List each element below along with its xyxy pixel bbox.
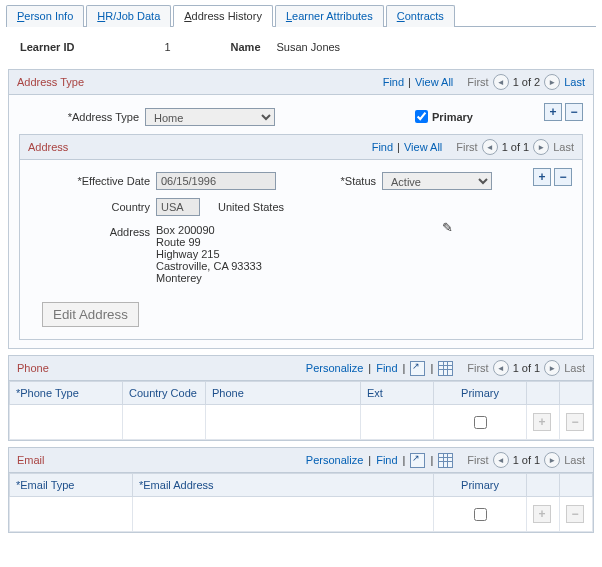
pager-prev-icon[interactable]: ◄ [493, 360, 509, 376]
country-name: United States [218, 201, 284, 213]
address-line: Box 200090 [156, 224, 262, 236]
pager-last[interactable]: Last [564, 454, 585, 466]
address-panel-head: Address Find | View All First ◄ 1 of 1 ►… [20, 135, 582, 160]
address-panel: Address Find | View All First ◄ 1 of 1 ►… [19, 134, 583, 340]
add-row-button[interactable]: + [544, 103, 562, 121]
col-email-type[interactable]: Email Type [16, 479, 75, 491]
personalize-link[interactable]: Personalize [306, 454, 363, 466]
email-title: Email [17, 454, 45, 466]
pager-last[interactable]: Last [564, 76, 585, 88]
popout-icon[interactable] [410, 361, 425, 376]
row-primary-checkbox[interactable] [474, 416, 487, 429]
pager-next-icon[interactable]: ► [544, 74, 560, 90]
popout-icon[interactable] [410, 453, 425, 468]
edit-address-button[interactable]: Edit Address [42, 302, 139, 327]
learner-id-label: Learner ID [20, 41, 74, 53]
address-line: Route 99 [156, 236, 262, 248]
learner-id-value: 1 [164, 41, 170, 53]
col-phone[interactable]: Phone [206, 382, 361, 405]
row-primary-checkbox[interactable] [474, 508, 487, 521]
status-select[interactable]: Active [382, 172, 492, 190]
separator: | [408, 76, 411, 88]
add-row-button[interactable]: + [533, 505, 551, 523]
delete-row-button[interactable]: − [554, 168, 572, 186]
pager-first[interactable]: First [467, 362, 488, 374]
pager-first[interactable]: First [456, 141, 477, 153]
tab-strip: Person Info HR/Job Data Address History … [6, 4, 596, 27]
address-line: Highway 215 [156, 248, 262, 260]
add-row-button[interactable]: + [533, 168, 551, 186]
tab-person-info[interactable]: Person Info [6, 5, 84, 27]
country-label: Country [30, 201, 156, 213]
pager-text: 1 of 1 [513, 454, 541, 466]
email-grid-head: Email Personalize | Find | | First ◄ 1 o… [9, 448, 593, 473]
address-viewall-link[interactable]: View All [404, 141, 442, 153]
add-row-button[interactable]: + [533, 413, 551, 431]
delete-row-button[interactable]: − [566, 505, 584, 523]
pager-last[interactable]: Last [553, 141, 574, 153]
phone-table: Phone Type Country Code Phone Ext Primar… [9, 381, 593, 440]
table-row: + − [10, 497, 593, 532]
personalize-link[interactable]: Personalize [306, 362, 363, 374]
delete-row-button[interactable]: − [566, 413, 584, 431]
country-code-input[interactable] [156, 198, 200, 216]
effective-date-label: Effective Date [30, 175, 156, 187]
address-type-title: Address Type [17, 76, 84, 88]
address-type-panel-head: Address Type Find | View All First ◄ 1 o… [9, 70, 593, 95]
pager-last[interactable]: Last [564, 362, 585, 374]
pager-text: 1 of 1 [513, 362, 541, 374]
pager-first[interactable]: First [467, 454, 488, 466]
address-line: Castroville, CA 93333 [156, 260, 262, 272]
learner-header: Learner ID 1 Name Susan Jones [0, 27, 602, 63]
col-email-address[interactable]: Email Address [139, 479, 214, 491]
tab-hr-job-data[interactable]: HR/Job Data [86, 5, 171, 27]
col-country-code[interactable]: Country Code [123, 382, 206, 405]
phone-find-link[interactable]: Find [376, 362, 397, 374]
tab-contracts[interactable]: Contracts [386, 5, 455, 27]
col-primary[interactable]: Primary [434, 382, 527, 405]
primary-checkbox[interactable] [415, 110, 428, 123]
address-type-viewall-link[interactable]: View All [415, 76, 453, 88]
address-line: Monterey [156, 272, 262, 284]
name-label: Name [231, 41, 261, 53]
address-type-field-label: Address Type [19, 111, 145, 123]
pager-prev-icon[interactable]: ◄ [482, 139, 498, 155]
address-label: Address [30, 224, 156, 238]
pager-first[interactable]: First [467, 76, 488, 88]
address-type-select[interactable]: Home [145, 108, 275, 126]
address-block: Box 200090 Route 99 Highway 215 Castrovi… [156, 224, 262, 284]
address-find-link[interactable]: Find [372, 141, 393, 153]
name-value: Susan Jones [277, 41, 341, 53]
pager-prev-icon[interactable]: ◄ [493, 74, 509, 90]
col-primary[interactable]: Primary [434, 474, 527, 497]
email-table: Email Type Email Address Primary + − [9, 473, 593, 532]
status-label: Status [341, 175, 382, 187]
pager-next-icon[interactable]: ► [544, 452, 560, 468]
phone-title: Phone [17, 362, 49, 374]
address-title: Address [28, 141, 68, 153]
phone-grid-head: Phone Personalize | Find | | First ◄ 1 o… [9, 356, 593, 381]
delete-row-button[interactable]: − [565, 103, 583, 121]
email-find-link[interactable]: Find [376, 454, 397, 466]
pager-text: 1 of 1 [502, 141, 530, 153]
phone-grid: Phone Personalize | Find | | First ◄ 1 o… [8, 355, 594, 441]
col-ext[interactable]: Ext [361, 382, 434, 405]
tab-address-history[interactable]: Address History [173, 5, 273, 27]
address-type-find-link[interactable]: Find [383, 76, 404, 88]
cursor-icon: ✎ [442, 220, 453, 235]
col-phone-type[interactable]: Phone Type [16, 387, 79, 399]
primary-label: Primary [432, 111, 473, 123]
grid-icon[interactable] [438, 453, 453, 468]
address-type-panel: Address Type Find | View All First ◄ 1 o… [8, 69, 594, 349]
pager-next-icon[interactable]: ► [544, 360, 560, 376]
pager-prev-icon[interactable]: ◄ [493, 452, 509, 468]
effective-date-input[interactable] [156, 172, 276, 190]
separator: | [397, 141, 400, 153]
table-row: + − [10, 405, 593, 440]
grid-icon[interactable] [438, 361, 453, 376]
pager-text: 1 of 2 [513, 76, 541, 88]
pager-next-icon[interactable]: ► [533, 139, 549, 155]
tab-learner-attributes[interactable]: Learner Attributes [275, 5, 384, 27]
email-grid: Email Personalize | Find | | First ◄ 1 o… [8, 447, 594, 533]
